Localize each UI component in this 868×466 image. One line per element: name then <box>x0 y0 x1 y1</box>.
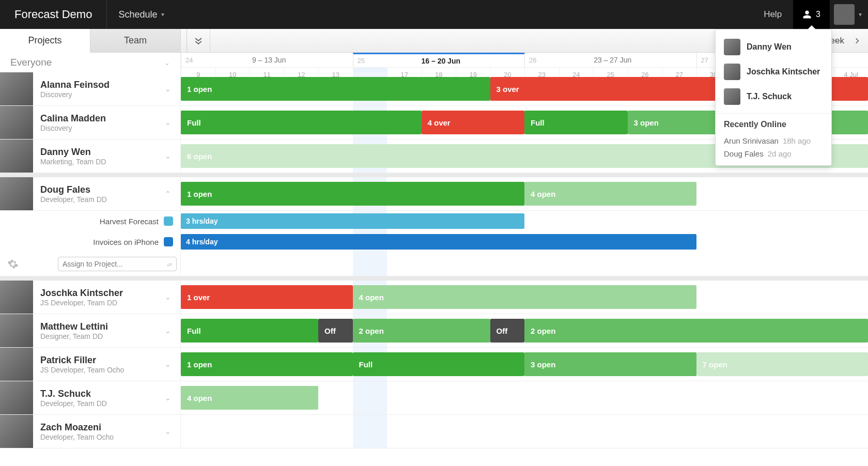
person-avatar <box>0 139 33 173</box>
week-header[interactable]: 249 – 13 Jun <box>181 53 353 67</box>
allocation-bar[interactable]: 4 open <box>524 182 696 206</box>
allocation-bar[interactable]: 3 hrs/day <box>181 213 524 229</box>
allocation-bar[interactable]: 1 over <box>181 285 353 309</box>
double-chevron-down-icon <box>193 36 204 46</box>
expand-person-toggle[interactable]: ⌄ <box>162 149 174 163</box>
topbar: Forecast Demo Schedule ▾ Help 3 ▾ <box>0 0 868 29</box>
person-timeline[interactable]: 1 over4 open <box>181 281 868 314</box>
person-timeline[interactable]: 4 open <box>181 381 868 414</box>
user-icon <box>802 10 812 19</box>
person-name: T.J. Schuck <box>40 389 162 399</box>
select-caret-icon: ▵▿ <box>167 261 172 267</box>
today-highlight <box>353 415 388 448</box>
person-row: T.J. SchuckDeveloper, Team DD⌄4 open <box>0 381 868 415</box>
person-row: Zach MoazeniDeveloper, Team Ocho⌄ <box>0 415 868 448</box>
project-swatch <box>164 216 173 226</box>
next-period-button[interactable] <box>850 34 864 48</box>
person-timeline[interactable]: 1 open4 open <box>181 177 868 210</box>
gear-icon[interactable] <box>7 258 19 270</box>
week-label: 16 – 20 Jun <box>358 57 525 65</box>
nav-schedule[interactable]: Schedule ▾ <box>107 0 176 29</box>
assign-to-project-select[interactable]: Assign to Project...▵▿ <box>58 257 177 271</box>
person-avatar <box>0 314 33 347</box>
week-label: 23 – 27 Jun <box>529 56 696 64</box>
allocation-bar[interactable]: Full <box>181 111 422 134</box>
week-header[interactable]: 2623 – 27 Jun <box>524 53 696 67</box>
expand-person-toggle[interactable]: ⌄ <box>162 323 174 338</box>
person-avatar <box>0 381 33 414</box>
week-label: 9 – 13 Jun <box>185 56 353 64</box>
expand-person-toggle[interactable]: ⌄ <box>162 357 174 371</box>
person-timeline[interactable] <box>181 415 868 448</box>
person-meta: T.J. SchuckDeveloper, Team DD⌄ <box>0 381 181 414</box>
recent-user-item: Arun Srinivasan18h ago <box>716 134 831 147</box>
online-user-item[interactable]: T.J. Schuck <box>716 84 831 109</box>
tab-projects[interactable]: Projects <box>0 29 90 53</box>
person-avatar <box>0 348 33 381</box>
online-user-item[interactable]: Danny Wen <box>716 35 831 59</box>
person-subtitle: Designer, Team DD <box>40 332 162 340</box>
person-subtitle: Marketing, Team DD <box>40 158 162 166</box>
allocation-bar[interactable]: 1 open <box>181 77 490 101</box>
tab-team[interactable]: Team <box>90 29 181 52</box>
expand-collapse-all[interactable] <box>187 29 210 52</box>
person-expanded: Harvest ForecastInvoices on iPhoneAssign… <box>0 211 868 276</box>
divider <box>716 113 831 114</box>
expand-person-toggle[interactable]: ⌃ <box>162 187 174 201</box>
person-timeline[interactable]: FullOff2 openOff2 open <box>181 314 868 347</box>
person-avatar <box>0 72 33 105</box>
project-row[interactable]: Harvest Forecast <box>0 211 180 231</box>
recent-user-time: 2d ago <box>768 149 792 158</box>
allocation-bar[interactable]: 4 hrs/day <box>181 234 696 250</box>
allocation-bar[interactable]: 2 open <box>524 319 868 343</box>
user-avatar <box>724 39 740 55</box>
week-header[interactable]: 2516 – 20 Jun <box>353 53 525 67</box>
expand-person-toggle[interactable]: ⌄ <box>162 391 174 405</box>
person-subtitle: JS Developer, Team DD <box>40 299 162 307</box>
assign-select-placeholder: Assign to Project... <box>63 260 123 268</box>
chevron-down-icon: ▾ <box>859 11 862 18</box>
person-name: Alanna Feinsod <box>40 80 162 90</box>
profile-menu[interactable]: ▾ <box>830 0 868 29</box>
allocation-bar[interactable]: Full <box>181 319 318 343</box>
allocation-bar[interactable]: Off <box>490 319 525 343</box>
person-timeline[interactable]: 1 openFull3 open7 open <box>181 348 868 381</box>
allocation-bar[interactable]: 1 open <box>181 182 524 206</box>
person-row: Matthew LettiniDesigner, Team DD⌄FullOff… <box>0 314 868 348</box>
project-row[interactable]: Invoices on iPhone <box>0 231 180 252</box>
person-row: Doug FalesDeveloper, Team DD⌃1 open4 ope… <box>0 173 868 211</box>
user-name: Danny Wen <box>747 42 792 52</box>
allocation-bar[interactable]: 1 open <box>181 352 353 376</box>
allocation-bar[interactable]: 2 open <box>353 319 490 343</box>
person-meta: Calina MaddenDiscovery⌄ <box>0 106 181 139</box>
week-number: 25 <box>358 57 365 65</box>
online-users-popover: Danny WenJoschka KintscherT.J. Schuck Re… <box>715 29 832 166</box>
help-link[interactable]: Help <box>752 0 793 29</box>
allocation-bar[interactable]: 3 open <box>524 352 696 376</box>
allocation-bar[interactable]: Off <box>318 319 353 343</box>
person-name: Calina Madden <box>40 113 162 124</box>
people-filter[interactable]: Everyone ⌄ <box>0 53 180 72</box>
online-users-button[interactable]: 3 <box>793 0 830 29</box>
expand-person-toggle[interactable]: ⌄ <box>162 82 174 96</box>
expand-person-toggle[interactable]: ⌄ <box>162 115 174 130</box>
person-meta: Doug FalesDeveloper, Team DD⌃ <box>0 177 181 210</box>
recent-user-time: 18h ago <box>783 136 811 145</box>
allocation-bar[interactable]: 7 open <box>696 352 869 376</box>
allocation-bar[interactable]: 4 open <box>181 386 318 410</box>
person-name: Matthew Lettini <box>40 321 162 332</box>
app-title: Forecast Demo <box>0 0 107 29</box>
expand-person-toggle[interactable]: ⌄ <box>162 290 174 304</box>
expand-person-toggle[interactable]: ⌄ <box>162 424 174 439</box>
allocation-bar[interactable]: Full <box>353 352 525 376</box>
person-subtitle: Discovery <box>40 124 162 132</box>
chevron-down-icon: ⌄ <box>164 59 170 67</box>
online-user-item[interactable]: Joschka Kintscher <box>716 59 831 84</box>
today-highlight <box>353 381 388 414</box>
person-avatar <box>0 415 33 448</box>
project-name: Harvest Forecast <box>100 217 159 226</box>
allocation-bar[interactable]: 4 over <box>422 111 525 134</box>
allocation-bar[interactable]: Full <box>524 111 628 134</box>
person-avatar <box>0 106 33 139</box>
allocation-bar[interactable]: 4 open <box>353 285 696 309</box>
